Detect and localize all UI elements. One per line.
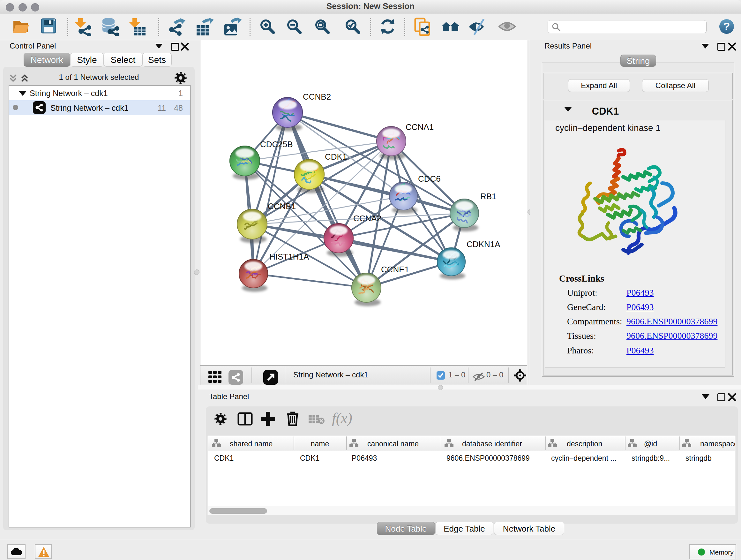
svg-text:RB1: RB1 (480, 192, 496, 201)
svg-text:?: ? (724, 20, 730, 32)
svg-text:CDC6: CDC6 (418, 174, 441, 184)
svg-text:CCNB2: CCNB2 (303, 92, 331, 102)
svg-text:CCNA2: CCNA2 (353, 213, 381, 223)
svg-text:CCNB1: CCNB1 (268, 201, 296, 211)
svg-text:CDC25B: CDC25B (260, 139, 293, 149)
svg-text:CCNE1: CCNE1 (381, 265, 409, 274)
svg-text:CDK1: CDK1 (325, 152, 347, 162)
svg-text:HIST1H1A: HIST1H1A (269, 252, 309, 261)
svg-text:CCNA1: CCNA1 (406, 122, 434, 132)
svg-text:CDKN1A: CDKN1A (467, 240, 500, 249)
